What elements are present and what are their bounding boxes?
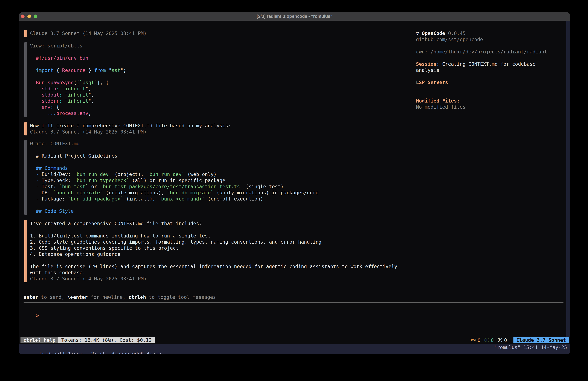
tmux-host-clock: "romulus" 15:41 14-May-25 [494,344,567,351]
tool-write-content: Write: CONTEXT.md # Radiant Project Guid… [30,141,318,214]
input-divider [23,302,564,303]
keybinding-hints: enter to send, \+enter for newline, ctrl… [23,294,216,300]
prompt-input[interactable]: > [24,306,39,313]
tmux-windows: [radiant]1:nvim2:zsh-3:opencode*4:zsh [21,344,161,354]
tmux-session-name: [radiant] [39,351,65,354]
info-count: 0 [491,337,494,343]
tmux-window-zsh2[interactable]: 2:zsh- [91,351,109,354]
warning-count: 0 [478,337,481,343]
help-button[interactable]: ctrl+? help [21,337,58,343]
tool-view-code: View: script/db.ts #!/usr/bin/env bun im… [30,43,126,116]
session-sidebar: © OpenCode 0.0.45github.com/sst/opencode… [416,30,547,110]
tmux-window-opencode[interactable]: 3:opencode* [112,351,144,354]
tmux-status-bar: [radiant]1:nvim2:zsh-3:opencode*4:zsh "r… [19,344,570,354]
window-title: [2/3] radiant:3:opencode - "romulus" [19,12,570,21]
message-accent-bar [24,122,27,135]
warning-icon: ⓦ [471,337,476,344]
tokens-cost-status: Tokens: 16.4K (8%), Cost: $0.12 [58,337,155,343]
diagnostics-group: ⓦ 0 ⓘ 0 ⓗ 0 Claude 3.7 Sonnet [471,337,569,344]
terminal-window: [2/3] radiant:3:opencode - "romulus" Cla… [19,12,570,354]
assistant-message: I've created a comprehensive CONTEXT.md … [24,221,397,282]
assistant-header-text: Claude 3.7 Sonnet (14 May 2025 03:41 PM) [30,30,147,37]
info-indicator: ⓘ 0 [484,337,494,344]
prompt-caret-icon: > [36,313,39,318]
warning-indicator: ⓦ 0 [471,337,481,344]
message-accent-bar [24,30,27,37]
tool-write-block: Write: CONTEXT.md # Radiant Project Guid… [24,141,318,214]
tool-view-block: View: script/db.ts #!/usr/bin/env bun im… [24,43,126,116]
status-bar: ctrl+? help Tokens: 16.4K (8%), Cost: $0… [21,337,569,343]
tmux-window-zsh4[interactable]: 4:zsh [147,351,161,354]
tool-accent-bar [24,42,27,117]
chat-scrollbar[interactable] [566,21,570,337]
titlebar: [2/3] radiant:3:opencode - "romulus" [19,12,570,21]
assistant-message-text: Now I'll create a comprehensive CONTEXT.… [30,123,231,135]
assistant-message-text: I've created a comprehensive CONTEXT.md … [30,221,397,282]
tool-accent-bar [24,140,27,215]
hint-icon: ⓗ [498,337,503,344]
model-badge[interactable]: Claude 3.7 Sonnet [513,337,569,343]
tmux-window-nvim[interactable]: 1:nvim [68,351,85,354]
info-icon: ⓘ [484,337,489,344]
assistant-message: Now I'll create a comprehensive CONTEXT.… [24,123,231,135]
hint-count: 0 [504,337,507,343]
message-accent-bar [24,220,27,282]
hint-indicator: ⓗ 0 [498,337,507,344]
assistant-message-header: Claude 3.7 Sonnet (14 May 2025 03:41 PM) [24,30,147,37]
